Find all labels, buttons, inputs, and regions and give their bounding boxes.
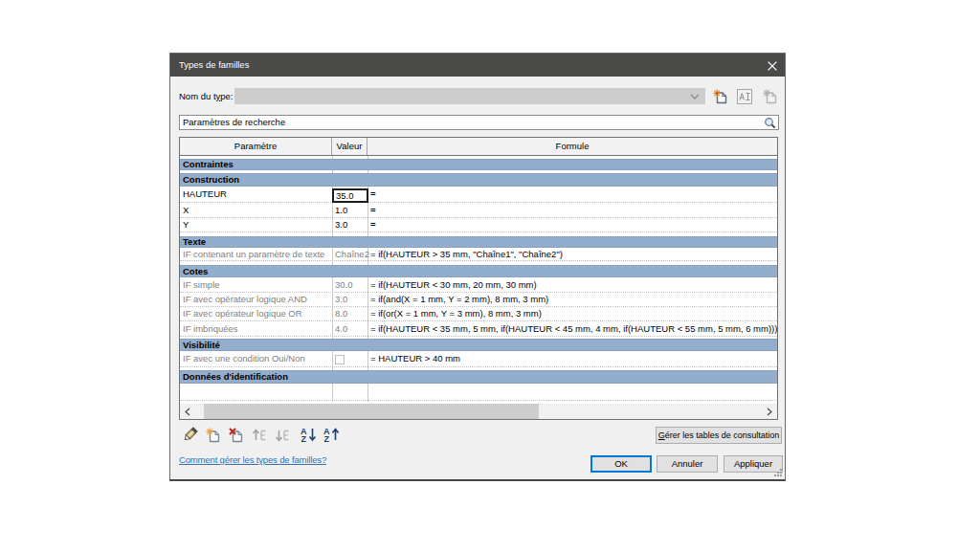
svg-text:Z: Z [301, 434, 307, 443]
svg-text:Z: Z [324, 434, 330, 443]
